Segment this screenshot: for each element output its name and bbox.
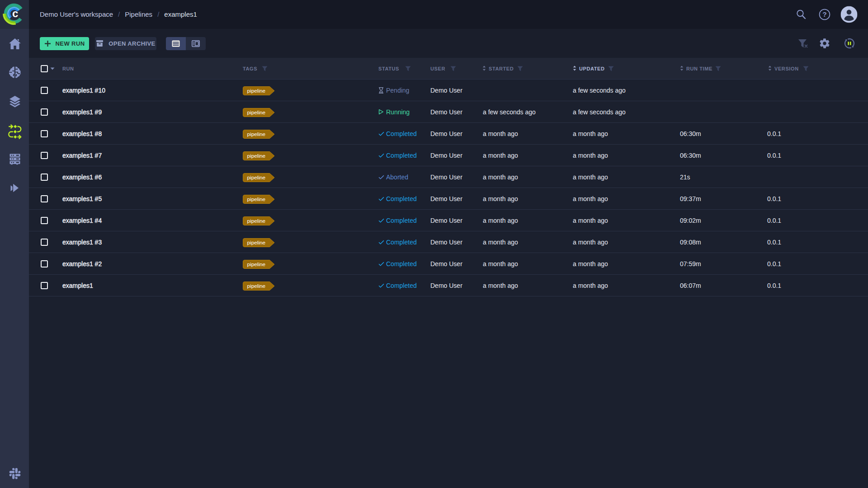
svg-text:?: ? — [822, 10, 826, 18]
svg-text:c: c — [12, 7, 18, 19]
svg-text:pipeline: pipeline — [247, 261, 266, 267]
svg-text:pipeline: pipeline — [247, 283, 266, 289]
svg-text:pipeline: pipeline — [247, 88, 266, 94]
svg-text:pipeline: pipeline — [247, 239, 266, 246]
svg-text:pipeline: pipeline — [247, 218, 266, 224]
svg-text:pipeline: pipeline — [247, 109, 266, 116]
svg-text:pipeline: pipeline — [247, 174, 266, 181]
svg-text:pipeline: pipeline — [247, 196, 266, 202]
svg-text:pipeline: pipeline — [247, 131, 266, 137]
svg-text:pipeline: pipeline — [247, 153, 266, 159]
